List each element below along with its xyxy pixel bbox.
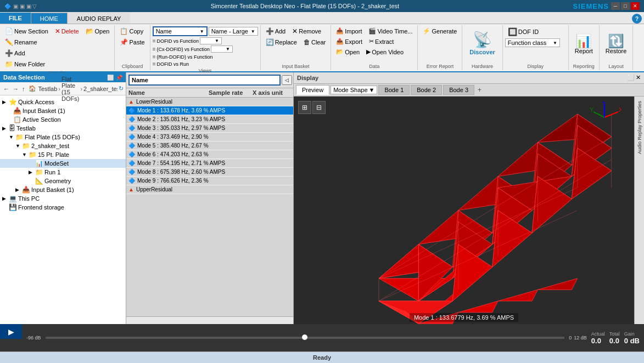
horizontal-scrollbar[interactable] <box>126 316 293 324</box>
list-item[interactable]: 🔷 Mode 2 : 135.081 Hz, 3.23 % AMPS <box>126 115 293 124</box>
name-large-dropdown[interactable]: Name - Large ▼ <box>209 27 258 36</box>
basket-add-button[interactable]: ➕ Add <box>263 26 289 36</box>
3d-viewport[interactable]: ⊞ ⊟ X Y Z Mode 1 : 133.6 <box>294 97 634 324</box>
name-dropdown[interactable]: Name ▼ <box>153 26 208 36</box>
paste-button[interactable]: 📌 Paste <box>117 37 147 47</box>
audio-replay-properties-label: Audio Replay Properties <box>637 101 642 154</box>
discover-label: Discover <box>469 49 495 55</box>
tab-bode3[interactable]: Bode 3 <box>443 85 474 95</box>
flat-plate-tree-item[interactable]: ▼ 📁 Flat Plate (15 DOFs) <box>0 133 126 141</box>
frontend-storage-tree-item[interactable]: 💾 Frontend storage <box>0 203 126 212</box>
fit-to-window-button[interactable]: ⊞ <box>298 101 311 114</box>
nav-bar: ← → ↑ 🏠 Testlab › Flat Plate (15 DOFs) ›… <box>0 82 126 95</box>
list-item[interactable]: ▲ UpperResidual <box>126 185 293 194</box>
input-basket-tree-item[interactable]: 📥 Input Basket (1) <box>0 106 126 115</box>
tab-bode2[interactable]: Bode 2 <box>411 85 442 95</box>
new-folder-button[interactable]: 📁 New Folder <box>2 59 48 69</box>
nav-home-button[interactable]: 🏠 <box>27 85 37 92</box>
function-class-arrow: ▼ <box>553 41 557 46</box>
ribbon-group-clipboard: 📋 Copy 📌 Paste Clipboard <box>115 25 150 70</box>
ribbon-group-layout: 🔃 Restore Layout <box>600 25 634 70</box>
basket-replace-button[interactable]: 🔄 Replace <box>263 37 300 47</box>
dof-id-select[interactable]: 🔲 DOF ID <box>505 26 541 37</box>
nav-forward-button[interactable]: → <box>12 86 20 92</box>
geometry-tree-item[interactable]: 📐 Geometry <box>0 177 126 185</box>
this-pc-tree-item[interactable]: ▶ 💻 This PC <box>0 194 126 203</box>
collapse-button[interactable]: ◁ <box>282 75 292 85</box>
quick-access-item[interactable]: ▶ ⭐ Quick Access <box>0 98 126 106</box>
list-item[interactable]: 🔷 Mode 4 : 373.469 Hz, 2.90 % <box>126 133 293 141</box>
gain-label: Gain <box>624 331 640 337</box>
minimize-button[interactable]: ─ <box>611 2 620 10</box>
list-item[interactable]: 🔷 Mode 7 : 554.195 Hz, 2.71 % AMPS <box>126 159 293 168</box>
open-video-button[interactable]: ▶ Open Video <box>363 47 406 56</box>
add-button[interactable]: ➕ Add <box>2 48 28 58</box>
basket-remove-button[interactable]: ✕ Remove <box>289 26 324 36</box>
run1-tree-item[interactable]: ▶ 📁 Run 1 <box>0 168 126 177</box>
display-close-icon[interactable]: ✕ <box>636 74 641 81</box>
file-menu[interactable]: FILE <box>0 13 31 24</box>
new-section-button[interactable]: 📄 New Section <box>2 26 51 36</box>
tab-home[interactable]: HOME <box>31 13 68 24</box>
copy-button[interactable]: 📋 Copy <box>117 26 146 36</box>
report-button[interactable]: 📊 Report <box>571 32 597 57</box>
list-item[interactable]: 🔷 Mode 1 : 133.678 Hz, 3.69 % AMPS <box>126 106 293 115</box>
shaker-test-tree-item[interactable]: ▼ 📁 2_shaker_test <box>0 141 126 150</box>
tab-bode1[interactable]: Bode 1 <box>378 85 410 95</box>
nav-back-button[interactable]: ← <box>2 86 10 92</box>
list-item[interactable]: 🔷 Mode 6 : 474.203 Hz, 2.63 % <box>126 150 293 159</box>
generate-button[interactable]: ⚡ Generate <box>420 26 460 36</box>
restore-button[interactable]: 🔃 Restore <box>602 32 631 57</box>
display-panel-header: Display ⬜ ✕ <box>294 72 644 84</box>
list-item[interactable]: 🔷 Mode 3 : 305.033 Hz, 2.97 % AMPS <box>126 124 293 133</box>
active-section-tree-item[interactable]: 📋 Active Section <box>0 115 126 124</box>
tree-view: ▶ ⭐ Quick Access 📥 Input Basket (1) 📋 Ac… <box>0 95 126 324</box>
delete-button[interactable]: ✕ Delete <box>52 26 82 36</box>
testlab-tree-item[interactable]: ▶ 🗄 Testlab <box>0 124 126 133</box>
nav-refresh-button[interactable]: ↻ <box>119 85 124 92</box>
list-item[interactable]: 🔷 Mode 5 : 385.480 Hz, 2.67 % <box>126 141 293 150</box>
close-button[interactable]: ✕ <box>631 2 640 10</box>
discover-button[interactable]: 📡 Discover <box>464 28 500 61</box>
maximize-button[interactable]: □ <box>621 2 630 10</box>
extract-button[interactable]: ✂ Extract <box>366 37 396 46</box>
import-button[interactable]: 📥 Import <box>333 26 365 36</box>
actual-label: Actual <box>591 331 605 337</box>
window-title: Simcenter Testlab Desktop Neo - Flat Pla… <box>37 3 573 9</box>
basket-clear-button[interactable]: 🗑 Clear <box>301 37 328 47</box>
mode-shape-select[interactable]: Mode Shape ▼ <box>331 86 377 94</box>
col-name-header: Name <box>128 89 209 96</box>
export-button[interactable]: 📤 Export <box>333 37 365 46</box>
dofid-dropdown[interactable]: ▼ <box>200 37 222 44</box>
help-button[interactable]: ? <box>632 14 642 24</box>
reset-view-button[interactable]: ⊟ <box>312 101 326 114</box>
video-time-button[interactable]: 🎬 Video Time... <box>366 26 415 36</box>
tab-add-button[interactable]: + <box>478 86 481 94</box>
cx-dropdown[interactable]: ▼ <box>211 46 233 53</box>
input-basket-tree-item2[interactable]: ▶ 📥 Input Basket (1) <box>0 185 126 194</box>
function-class-dropdown[interactable]: Function class ▼ <box>505 38 560 47</box>
name-input[interactable]: Name <box>156 28 172 35</box>
play-button[interactable]: ▶ <box>0 324 22 339</box>
ribbon-group-hardware: 📡 Discover Hardware <box>462 25 502 70</box>
list-item[interactable]: ▲ LowerResidual <box>126 98 293 106</box>
ribbon: 📄 New Section ✕ Delete 📂 Open ✏️ Rename <box>0 24 644 72</box>
layout-group-label: Layout <box>602 63 631 69</box>
rename-button[interactable]: ✏️ Rename <box>2 37 40 47</box>
tab-audio-replay[interactable]: AUDIO REPLAY <box>68 13 131 24</box>
display-maximize-icon[interactable]: ⬜ <box>627 74 635 81</box>
tab-preview[interactable]: Preview <box>296 85 329 95</box>
list-item[interactable]: 🔷 Mode 9 : 766.626 Hz, 2.36 % <box>126 177 293 185</box>
total-label: Total <box>609 331 620 337</box>
open-button[interactable]: 📂 Open <box>83 26 113 36</box>
ready-text: Ready <box>313 354 331 361</box>
volume-slider[interactable] <box>46 337 565 339</box>
modeset-tree-item[interactable]: 📊 ModeSet <box>0 159 126 168</box>
data-open-button[interactable]: 📂 Open <box>333 47 362 56</box>
pt-plate-tree-item[interactable]: ▼ 📁 15 Pt. Plate <box>0 150 126 159</box>
name-filter-box[interactable]: Name <box>128 75 281 86</box>
list-item[interactable]: 🔷 Mode 8 : 675.398 Hz, 2.60 % AMPS <box>126 168 293 177</box>
ready-bar: Ready <box>0 351 644 363</box>
nav-up-button[interactable]: ↑ <box>21 86 26 92</box>
hardware-group-label: Hardware <box>464 63 500 69</box>
